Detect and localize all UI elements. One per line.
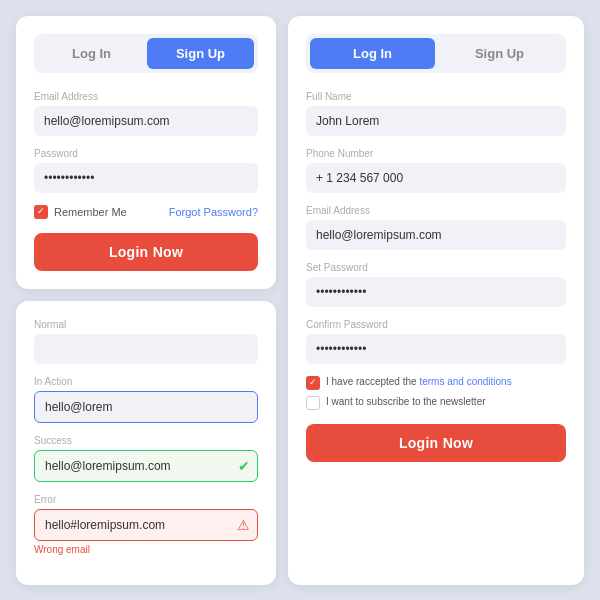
terms-checkmark-icon: ✓ [309,378,317,387]
newsletter-text: I want to subscribe to the newsletter [326,396,486,407]
success-label: Success [34,435,258,446]
remember-me-label[interactable]: ✓ Remember Me [34,205,127,219]
normal-label: Normal [34,319,258,330]
success-icon: ✔ [238,458,250,474]
checkmark-icon: ✓ [37,207,45,216]
forgot-password-link[interactable]: Forgot Password? [169,206,258,218]
login-button-right[interactable]: Login Now [306,424,566,462]
phone-input[interactable] [306,163,566,193]
terms-link[interactable]: terms and conditions [419,376,511,387]
in-action-input[interactable] [34,391,258,423]
error-input-wrapper: ⚠ [34,509,258,541]
error-input[interactable] [34,509,258,541]
terms-checkbox[interactable]: ✓ [306,376,320,390]
error-message: Wrong email [34,544,258,555]
password-input[interactable] [34,163,258,193]
newsletter-row: I want to subscribe to the newsletter [306,396,566,410]
error-icon: ⚠ [237,517,250,533]
tab-signup-right[interactable]: Sign Up [437,38,562,69]
confirm-password-label: Confirm Password [306,319,566,330]
newsletter-checkbox[interactable] [306,396,320,410]
email-label-right: Email Address [306,205,566,216]
remember-me-text: Remember Me [54,206,127,218]
fullname-label: Full Name [306,91,566,102]
email-input[interactable] [34,106,258,136]
terms-row: ✓ I have raccepted the terms and conditi… [306,376,566,390]
terms-text: I have raccepted the terms and condition… [326,376,512,387]
success-input-wrapper: ✔ [34,450,258,482]
in-action-label: In Action [34,376,258,387]
set-password-input[interactable] [306,277,566,307]
error-label: Error [34,494,258,505]
tab-signup-top[interactable]: Sign Up [147,38,254,69]
email-label: Email Address [34,91,258,102]
fullname-input[interactable] [306,106,566,136]
set-password-label: Set Password [306,262,566,273]
login-button-top[interactable]: Login Now [34,233,258,271]
email-input-right[interactable] [306,220,566,250]
password-label: Password [34,148,258,159]
success-input[interactable] [34,450,258,482]
confirm-password-input[interactable] [306,334,566,364]
phone-label: Phone Number [306,148,566,159]
tab-login-top[interactable]: Log In [38,38,145,69]
tab-login-right[interactable]: Log In [310,38,435,69]
remember-me-checkbox[interactable]: ✓ [34,205,48,219]
normal-input[interactable] [34,334,258,364]
